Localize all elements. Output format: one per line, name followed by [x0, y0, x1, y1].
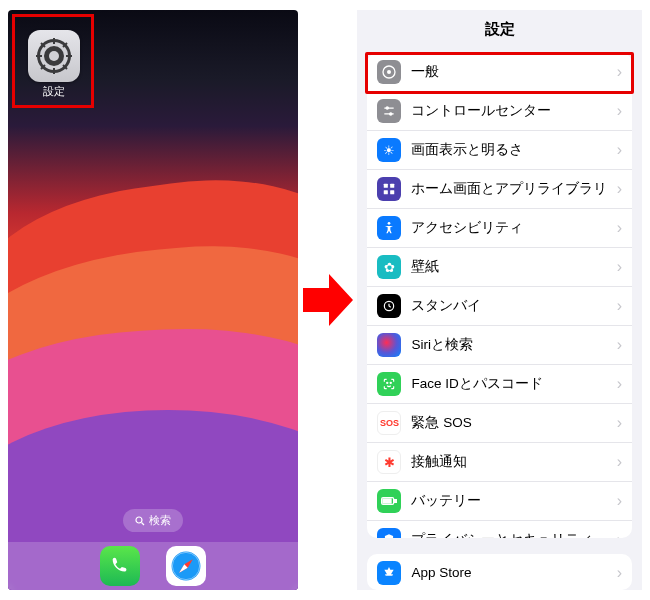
siri-icon: [377, 333, 401, 357]
accessibility-icon: [377, 216, 401, 240]
svg-marker-18: [303, 274, 353, 326]
chevron-right-icon: ›: [617, 453, 622, 471]
safari-app-icon[interactable]: [166, 546, 206, 586]
svg-point-20: [387, 70, 391, 74]
home-screen: 設定 検索: [8, 10, 298, 590]
svg-rect-34: [395, 500, 397, 503]
row-label: バッテリー: [411, 492, 616, 510]
svg-point-32: [391, 382, 392, 383]
row-label: プライバシーとセキュリティ: [411, 531, 616, 538]
sun-icon: ☀: [377, 138, 401, 162]
chevron-right-icon: ›: [617, 375, 622, 393]
row-home-screen[interactable]: ホーム画面とアプリライブラリ ›: [367, 170, 632, 209]
svg-line-13: [141, 522, 144, 525]
svg-rect-28: [391, 190, 395, 194]
row-general[interactable]: 一般 ›: [367, 53, 632, 92]
row-label: 緊急 SOS: [411, 414, 616, 432]
sliders-icon: [377, 99, 401, 123]
svg-point-31: [387, 382, 388, 383]
row-wallpaper[interactable]: ✿ 壁紙 ›: [367, 248, 632, 287]
chevron-right-icon: ›: [617, 102, 622, 120]
phone-icon: [109, 555, 131, 577]
settings-list-2: App Store ›: [367, 554, 632, 590]
gear-icon: [377, 60, 401, 84]
chevron-right-icon: ›: [617, 219, 622, 237]
settings-title: 設定: [357, 10, 642, 53]
row-control-center[interactable]: コントロールセンター ›: [367, 92, 632, 131]
row-label: ホーム画面とアプリライブラリ: [411, 180, 616, 198]
row-label: 一般: [411, 63, 616, 81]
row-exposure[interactable]: ✱ 接触通知 ›: [367, 443, 632, 482]
arrow-right-icon: [303, 270, 353, 330]
row-label: コントロールセンター: [411, 102, 616, 120]
chevron-right-icon: ›: [617, 531, 622, 538]
row-label: App Store: [411, 565, 616, 580]
svg-rect-25: [384, 184, 388, 188]
row-label: 接触通知: [411, 453, 616, 471]
row-label: アクセシビリティ: [411, 219, 616, 237]
chevron-right-icon: ›: [617, 297, 622, 315]
svg-point-29: [388, 222, 391, 225]
chevron-right-icon: ›: [617, 258, 622, 276]
chevron-right-icon: ›: [617, 63, 622, 81]
row-faceid[interactable]: Face IDとパスコード ›: [367, 365, 632, 404]
row-label: 壁紙: [411, 258, 616, 276]
chevron-right-icon: ›: [617, 336, 622, 354]
battery-icon: [377, 489, 401, 513]
row-privacy[interactable]: プライバシーとセキュリティ ›: [367, 521, 632, 538]
chevron-right-icon: ›: [617, 564, 622, 582]
clock-icon: [377, 294, 401, 318]
row-label: スタンバイ: [411, 297, 616, 315]
svg-rect-35: [383, 499, 391, 503]
row-display[interactable]: ☀ 画面表示と明るさ ›: [367, 131, 632, 170]
row-sos[interactable]: SOS 緊急 SOS ›: [367, 404, 632, 443]
sos-icon: SOS: [377, 411, 401, 435]
exposure-icon: ✱: [377, 450, 401, 474]
highlight-settings-app: [12, 14, 94, 108]
search-icon: [135, 516, 145, 526]
chevron-right-icon: ›: [617, 180, 622, 198]
row-standby[interactable]: スタンバイ ›: [367, 287, 632, 326]
appstore-icon: [377, 561, 401, 585]
svg-point-23: [387, 107, 389, 109]
row-siri[interactable]: Siriと検索 ›: [367, 326, 632, 365]
settings-list: 一般 › コントロールセンター › ☀ 画面表示と明るさ › ホーム画面とアプリ…: [367, 53, 632, 538]
row-battery[interactable]: バッテリー ›: [367, 482, 632, 521]
dock: [8, 542, 298, 590]
row-label: 画面表示と明るさ: [411, 141, 616, 159]
compass-icon: [169, 549, 203, 583]
flow-arrow: [298, 270, 358, 330]
svg-point-24: [390, 113, 392, 115]
chevron-right-icon: ›: [617, 414, 622, 432]
chevron-right-icon: ›: [617, 141, 622, 159]
row-label: Siriと検索: [411, 336, 616, 354]
row-label: Face IDとパスコード: [411, 375, 616, 393]
flower-icon: ✿: [377, 255, 401, 279]
hand-icon: [377, 528, 401, 538]
grid-icon: [377, 177, 401, 201]
chevron-right-icon: ›: [617, 492, 622, 510]
svg-point-12: [136, 517, 142, 523]
search-label: 検索: [149, 513, 171, 528]
row-accessibility[interactable]: アクセシビリティ ›: [367, 209, 632, 248]
phone-app-icon[interactable]: [100, 546, 140, 586]
svg-rect-27: [384, 190, 388, 194]
spotlight-search[interactable]: 検索: [123, 509, 183, 532]
faceid-icon: [377, 372, 401, 396]
settings-screen: 設定 一般 › コントロールセンター › ☀ 画面表示と明るさ › ホーム画面と…: [357, 10, 642, 590]
row-appstore[interactable]: App Store ›: [367, 554, 632, 590]
svg-rect-26: [391, 184, 395, 188]
